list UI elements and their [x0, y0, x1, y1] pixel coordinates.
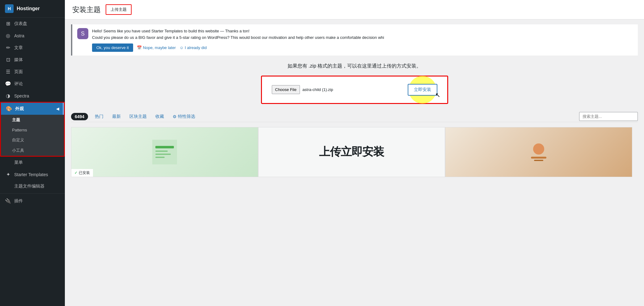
svg-rect-6 — [531, 157, 546, 159]
theme-card-1[interactable]: ✓ 已安装 — [71, 127, 258, 177]
submenu-widgets[interactable]: 小工具 — [1, 145, 64, 156]
sidebar-item-media[interactable]: ⊡ 媒体 — [0, 54, 65, 66]
sidebar-label-plugins: 插件 — [14, 198, 23, 204]
sidebar-label-menus: 菜单 — [14, 160, 23, 165]
media-icon: ⊡ — [5, 57, 11, 63]
sidebar-brand[interactable]: H Hostinger — [0, 0, 65, 18]
astra-icon: ◎ — [5, 33, 11, 39]
theme-preview-2: 上传立即安装 — [259, 127, 445, 177]
appearance-arrow: ◀ — [56, 107, 59, 111]
svg-point-5 — [533, 143, 544, 155]
sidebar-label-spectra: Spectra — [14, 93, 29, 98]
starter-templates-icon: ✦ — [5, 172, 11, 177]
theme-card-3[interactable] — [445, 127, 632, 177]
upload-theme-button[interactable]: 上传主题 — [106, 4, 132, 15]
notice-body: Hello! Seems like you have used Starter … — [92, 28, 384, 52]
upload-description: 如果您有 .zip 格式的主题，可以在这里通过上传的方式安装。 — [71, 63, 638, 69]
theme-count-badge: 6494 — [71, 113, 88, 120]
sidebar-label-dashboard: 仪表盘 — [14, 21, 27, 27]
sidebar-item-menus[interactable]: 菜单 — [0, 157, 65, 168]
theme-preview-1 — [71, 127, 258, 177]
svg-rect-3 — [155, 154, 171, 155]
install-now-button[interactable]: 立即安装 — [408, 84, 437, 96]
notice-line2: Could you please do us a BIG favor and g… — [92, 35, 384, 41]
search-theme-input[interactable] — [579, 112, 638, 121]
filter-tab-latest[interactable]: 最新 — [108, 111, 125, 122]
sidebar: H Hostinger ⊞ 仪表盘 ◎ Astra ✏ 文章 ⊡ 媒体 ☰ 页面… — [0, 0, 65, 306]
dashboard-icon: ⊞ — [5, 21, 11, 27]
svg-rect-0 — [152, 140, 177, 164]
top-bar: 安装主题 上传主题 — [65, 0, 644, 19]
spectra-icon: ◑ — [5, 93, 11, 99]
theme-filter-bar: 6494 热门 最新 区块主题 收藏 ⚙ 特性筛选 — [71, 111, 638, 122]
theme-preview-svg-3 — [526, 140, 551, 164]
filter-tab-block[interactable]: 区块主题 — [125, 111, 151, 122]
file-name-label: astra-child (1).zip — [302, 87, 333, 92]
appearance-submenu: 主题 Patterns 自定义 小工具 — [1, 115, 64, 156]
installed-tag: ✓ 已安装 — [71, 169, 93, 177]
theme-preview-svg-1 — [152, 140, 177, 164]
gear-icon: ⚙ — [173, 114, 177, 119]
appearance-icon: 🎨 — [6, 106, 12, 112]
brand-icon: H — [5, 4, 14, 13]
main-content: 安装主题 上传主题 S Hello! Seems like you have u… — [65, 0, 644, 306]
svg-rect-4 — [155, 157, 165, 158]
notice-actions: Ok, you deserve it 📅 Nope, maybe later ☺… — [92, 43, 384, 52]
sidebar-item-dashboard[interactable]: ⊞ 仪表盘 — [0, 18, 65, 30]
sidebar-label-theme-editor: 主题文件编辑器 — [14, 184, 44, 189]
sidebar-item-starter-templates[interactable]: ✦ Starter Templates — [0, 168, 65, 180]
sidebar-item-pages[interactable]: ☰ 页面 — [0, 66, 65, 78]
big-text-preview: 上传立即安装 — [319, 144, 384, 159]
check-icon: ✓ — [74, 171, 78, 175]
filter-tab-favorites[interactable]: 收藏 — [151, 111, 168, 122]
upload-box-wrapper: Choose File astra-child (1).zip 立即安装 ↖ — [261, 76, 448, 104]
calendar-icon: 📅 — [137, 45, 142, 50]
svg-rect-1 — [155, 146, 174, 148]
smile-icon: ☺ — [179, 45, 183, 50]
plugins-icon: 🔌 — [5, 198, 11, 204]
sidebar-item-appearance[interactable]: 🎨 外观 ◀ — [1, 103, 64, 115]
sidebar-label-astra: Astra — [14, 33, 24, 38]
choose-file-button[interactable]: Choose File — [272, 85, 300, 94]
upload-box: Choose File astra-child (1).zip 立即安装 ↖ — [262, 76, 447, 103]
maybe-later-button[interactable]: 📅 Nope, maybe later — [137, 45, 176, 50]
svg-rect-2 — [155, 151, 168, 152]
theme-card-2[interactable]: 上传立即安装 — [258, 127, 445, 177]
filter-tab-features[interactable]: ⚙ 特性筛选 — [168, 112, 200, 121]
sidebar-item-theme-editor[interactable]: 主题文件编辑器 — [0, 180, 65, 192]
install-button-wrapper: 立即安装 ↖ — [408, 84, 437, 96]
sidebar-label-pages: 页面 — [14, 69, 23, 75]
sidebar-item-posts[interactable]: ✏ 文章 — [0, 42, 65, 54]
sidebar-item-astra[interactable]: ◎ Astra — [0, 30, 65, 42]
theme-previews: ✓ 已安装 上传立即安装 — [71, 127, 638, 177]
posts-icon: ✏ — [5, 45, 11, 51]
sidebar-item-plugins[interactable]: 🔌 插件 — [0, 195, 65, 207]
file-input-area: Choose File astra-child (1).zip — [272, 85, 408, 94]
theme-preview-3 — [445, 127, 632, 177]
brand-label: Hostinger — [17, 6, 40, 11]
comments-icon: 💬 — [5, 81, 11, 87]
submenu-patterns[interactable]: Patterns — [1, 125, 64, 135]
sidebar-label-appearance: 外观 — [15, 106, 24, 112]
sidebar-item-spectra[interactable]: ◑ Spectra — [0, 90, 65, 102]
sidebar-item-comments[interactable]: 💬 评论 — [0, 78, 65, 90]
sidebar-label-media: 媒体 — [14, 57, 23, 63]
sidebar-label-posts: 文章 — [14, 45, 23, 51]
sidebar-label-comments: 评论 — [14, 81, 23, 87]
notice-banner: S Hello! Seems like you have used Starte… — [71, 24, 638, 56]
submenu-themes[interactable]: 主题 — [1, 115, 64, 125]
pages-icon: ☰ — [5, 69, 11, 75]
filter-tab-hot[interactable]: 热门 — [90, 111, 108, 122]
upload-section: 如果您有 .zip 格式的主题，可以在这里通过上传的方式安装。 Choose F… — [71, 63, 638, 104]
notice-icon: S — [77, 28, 88, 39]
sidebar-label-starter-templates: Starter Templates — [14, 172, 48, 177]
page-title: 安装主题 — [72, 5, 101, 14]
ok-button[interactable]: Ok, you deserve it — [92, 43, 133, 52]
notice-line1: Hello! Seems like you have used Starter … — [92, 28, 384, 35]
sidebar-divider — [0, 193, 65, 194]
already-did-button[interactable]: ☺ I already did — [179, 45, 207, 50]
svg-rect-7 — [534, 160, 543, 161]
submenu-customize[interactable]: 自定义 — [1, 135, 64, 145]
